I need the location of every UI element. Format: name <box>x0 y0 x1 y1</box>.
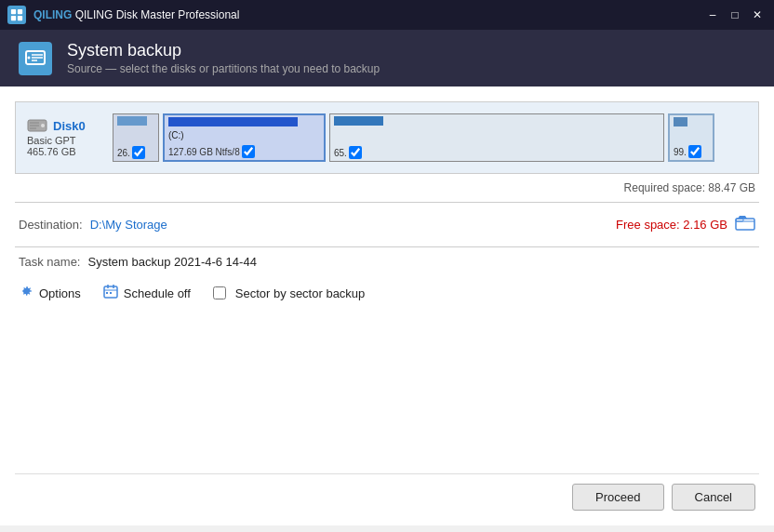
partition-1-size: 26. <box>117 148 130 158</box>
options-row: Options Schedule off Sector by sector ba… <box>15 276 759 310</box>
disk-area: Disk0 Basic GPT 465.76 GB 26. (C:) 127.6… <box>15 101 759 174</box>
partition-4-checkbox[interactable] <box>688 145 701 158</box>
options-label: Options <box>39 286 81 300</box>
sector-label: Sector by sector backup <box>235 286 365 300</box>
separator-1 <box>15 202 759 203</box>
cancel-button[interactable]: Cancel <box>672 484 755 511</box>
svg-rect-20 <box>106 292 108 294</box>
required-space: Required space: 88.47 GB <box>15 174 759 198</box>
separator-2 <box>15 246 759 247</box>
options-item[interactable]: Options <box>19 284 81 302</box>
disk-info: Disk0 Basic GPT 465.76 GB <box>27 118 101 157</box>
partition-4: 99. <box>668 113 714 162</box>
partition-3-size: 65. <box>334 148 347 158</box>
hdd-icon <box>27 118 47 133</box>
partition-3-checkbox[interactable] <box>349 146 362 159</box>
options-gear-icon <box>19 284 33 302</box>
destination-browse-icon[interactable] <box>735 214 755 235</box>
disk-name-label: Disk0 <box>53 119 86 133</box>
app-title: QILING QILING Disk Master Professional <box>33 8 239 21</box>
schedule-item[interactable]: Schedule off <box>103 284 191 302</box>
partition-1: 26. <box>113 113 159 162</box>
title-bar: QILING QILING Disk Master Professional –… <box>0 0 774 30</box>
sector-item[interactable]: Sector by sector backup <box>213 286 365 300</box>
svg-rect-2 <box>11 16 16 20</box>
taskname-label: Task name: <box>19 255 80 269</box>
schedule-label: Schedule off <box>124 286 191 300</box>
page-subtitle: Source — select the disks or partitions … <box>67 62 380 75</box>
taskname-row: Task name: System backup 2021-4-6 14-44 <box>15 251 759 276</box>
partition-2: (C:) 127.69 GB Ntfs/8 <box>163 113 326 162</box>
svg-point-5 <box>28 56 31 59</box>
svg-rect-0 <box>11 9 16 14</box>
partition-1-checkbox[interactable] <box>132 146 145 159</box>
header-icon <box>19 42 52 75</box>
destination-label: Destination: <box>19 218 83 232</box>
svg-rect-1 <box>18 9 22 14</box>
header: System backup Source — select the disks … <box>0 30 774 86</box>
svg-point-10 <box>41 124 45 127</box>
svg-rect-14 <box>736 219 754 230</box>
close-button[interactable]: ✕ <box>748 6 767 24</box>
partition-3: 65. <box>329 113 664 162</box>
app-icon <box>7 6 26 24</box>
schedule-calendar-icon <box>103 284 118 302</box>
sector-checkbox[interactable] <box>213 286 226 299</box>
destination-row: Destination: D:\My Storage Free space: 2… <box>15 206 759 243</box>
proceed-button[interactable]: Proceed <box>572 484 663 511</box>
maximize-button[interactable]: □ <box>726 6 744 24</box>
svg-rect-15 <box>736 219 743 221</box>
partition-4-size: 99. <box>674 147 687 157</box>
taskname-value: System backup 2021-4-6 14-44 <box>87 255 256 269</box>
free-space: Free space: 2.16 GB <box>616 218 727 232</box>
svg-rect-3 <box>18 16 22 20</box>
destination-value: D:\My Storage <box>90 218 167 232</box>
disk-size: 465.76 GB <box>27 146 101 157</box>
buttons-row: Proceed Cancel <box>15 473 759 511</box>
disk-type: Basic GPT <box>27 135 101 146</box>
partition-2-checkbox[interactable] <box>242 145 255 158</box>
page-title: System backup <box>67 41 380 60</box>
svg-rect-21 <box>110 292 112 294</box>
content-area: Disk0 Basic GPT 465.76 GB 26. (C:) 127.6… <box>0 86 774 525</box>
minimize-button[interactable]: – <box>703 6 722 24</box>
partition-2-size: 127.69 GB Ntfs/8 <box>168 147 240 157</box>
